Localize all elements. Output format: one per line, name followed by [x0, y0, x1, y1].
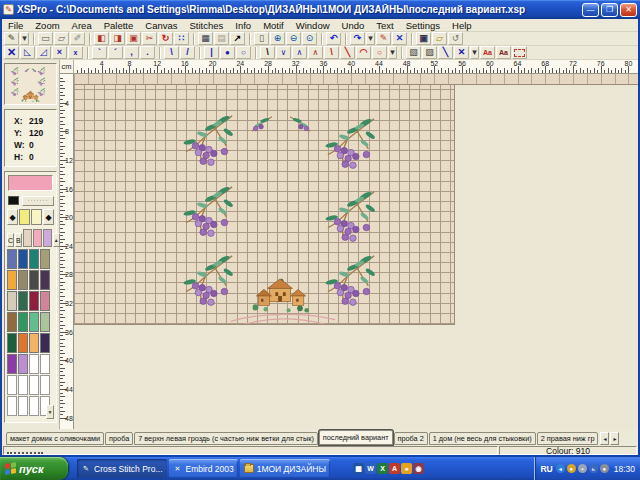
zoom-reset-button[interactable]: ⊙: [302, 32, 317, 45]
straight-stitch-button[interactable]: |: [204, 46, 219, 59]
word-icon[interactable]: W: [365, 463, 376, 474]
monitor-icon[interactable]: ▦: [353, 463, 364, 474]
redo-button[interactable]: ↷: [350, 32, 365, 45]
menu-undo[interactable]: Undo: [336, 20, 371, 31]
freehand-line-button[interactable]: \: [324, 46, 339, 59]
export-design-button[interactable]: ▱: [432, 32, 447, 45]
curve-tool-button[interactable]: ◠: [356, 46, 371, 59]
zoom-out-button[interactable]: ⊖: [286, 32, 301, 45]
red-app-icon[interactable]: A: [389, 463, 400, 474]
palette-swatch[interactable]: [29, 270, 39, 290]
revert-design-button[interactable]: ↺: [448, 32, 463, 45]
menu-text[interactable]: Text: [370, 20, 399, 31]
palette-header-swatch[interactable]: [23, 229, 32, 247]
restore-button[interactable]: ❐: [601, 3, 618, 17]
blends-mode-button[interactable]: B: [15, 233, 22, 247]
circle-dropdown-button[interactable]: ▾: [388, 46, 397, 59]
alt-shade-swatch[interactable]: [31, 209, 42, 225]
menu-palette[interactable]: Palette: [98, 20, 140, 31]
full-cross-stitch-button[interactable]: ✕: [4, 46, 19, 59]
menu-motif[interactable]: Motif: [257, 20, 290, 31]
edit-select-button[interactable]: ✐: [70, 32, 85, 45]
select-marquee-button[interactable]: [512, 46, 527, 59]
taskbar-task-xstitch[interactable]: ✎Cross Stitch Pro...: [77, 459, 167, 478]
design-tab[interactable]: 7 верхн левая гроздь (с частью ниж ветки…: [134, 432, 318, 445]
palette-swatch[interactable]: [7, 333, 17, 353]
palette-header-swatch[interactable]: [33, 229, 42, 247]
palette-header-swatch[interactable]: [43, 229, 52, 247]
menu-window[interactable]: Window: [290, 20, 336, 31]
save-design-button[interactable]: ▣: [416, 32, 431, 45]
palette-swatch[interactable]: [29, 291, 39, 311]
palette-swatch[interactable]: [7, 249, 17, 269]
palette-swatch[interactable]: [18, 291, 28, 311]
palette-swatch[interactable]: [18, 375, 28, 395]
backstitch-v-button[interactable]: ∨: [276, 46, 291, 59]
cut-motif-button[interactable]: ✂: [142, 32, 157, 45]
menu-stitches[interactable]: Stitches: [183, 20, 229, 31]
palette-swatch[interactable]: [29, 249, 39, 269]
print-button[interactable]: ▤: [214, 32, 229, 45]
rect-select-button[interactable]: ▭: [38, 32, 53, 45]
zoom-in-button[interactable]: ⊕: [270, 32, 285, 45]
thick-line-button[interactable]: ╲: [340, 46, 355, 59]
palette-swatch[interactable]: [40, 354, 50, 374]
palette-swatch[interactable]: [18, 249, 28, 269]
design-canvas[interactable]: [74, 85, 455, 325]
taskbar-task-folder[interactable]: 1МОИ ДИЗАЙНЫ: [240, 459, 330, 478]
excel-icon[interactable]: X: [377, 463, 388, 474]
gobelin-right-button[interactable]: /: [180, 46, 195, 59]
tray-app-icon-3[interactable]: ●: [600, 464, 609, 473]
palette-scroll-up-button[interactable]: ▲: [53, 233, 60, 247]
text-tool-button[interactable]: Aa: [480, 46, 495, 59]
palette-swatch[interactable]: [18, 270, 28, 290]
three-quarter-stitch-nw-button[interactable]: ◺: [20, 46, 35, 59]
start-button[interactable]: пуск: [0, 457, 68, 480]
undo-button[interactable]: ↶: [326, 32, 341, 45]
bead-button[interactable]: ○: [236, 46, 251, 59]
brush-cross-button[interactable]: ✕: [454, 46, 469, 59]
palette-swatch[interactable]: [18, 396, 28, 416]
flip-horizontal-button[interactable]: ◧: [94, 32, 109, 45]
menu-help[interactable]: Help: [446, 20, 478, 31]
palette-swatch[interactable]: [7, 270, 17, 290]
palette-swatch[interactable]: [29, 396, 39, 416]
palette-swatch[interactable]: [40, 270, 50, 290]
close-button[interactable]: ✕: [620, 3, 637, 17]
pattern-preview[interactable]: [4, 63, 57, 105]
next-shade-button[interactable]: ◆: [43, 209, 54, 225]
palette-swatch[interactable]: [18, 333, 28, 353]
design-tab[interactable]: 2 правая ниж гр: [537, 432, 599, 445]
menu-info[interactable]: Info: [229, 20, 257, 31]
pencil-tool-button[interactable]: ✎: [4, 32, 19, 45]
gobelin-left-button[interactable]: \: [164, 46, 179, 59]
design-tab[interactable]: 1 дом (не весь для стыковки): [429, 432, 536, 445]
palette-swatch[interactable]: [29, 375, 39, 395]
design-tab[interactable]: проба: [105, 432, 133, 445]
collapse-tray-icon[interactable]: ◂: [556, 464, 565, 473]
orange-app-icon[interactable]: ●: [401, 463, 412, 474]
three-quarter-stitch-ne-button[interactable]: ◿: [36, 46, 51, 59]
prev-shade-button[interactable]: ◆: [7, 209, 18, 225]
taskbar-task-embird[interactable]: ✕Embird 2003: [169, 459, 238, 478]
knot-pattern-button[interactable]: ▧: [406, 46, 421, 59]
tray-app-icon-2[interactable]: ь: [589, 464, 598, 473]
ruler-tool-button[interactable]: ▯: [254, 32, 269, 45]
palette-swatch[interactable]: [40, 375, 50, 395]
brush-backstitch-button[interactable]: ╲: [438, 46, 453, 59]
french-knot-button[interactable]: ●: [220, 46, 235, 59]
language-indicator[interactable]: RU: [540, 464, 552, 474]
fill-pattern-button[interactable]: ▨: [422, 46, 437, 59]
current-thread-color[interactable]: [8, 175, 53, 191]
palette-swatch[interactable]: [29, 354, 39, 374]
redo-dropdown-button[interactable]: ▾: [366, 32, 375, 45]
petite-stitch-button[interactable]: x: [68, 46, 83, 59]
pencil-dropdown-button[interactable]: ▾: [20, 32, 29, 45]
palette-swatch[interactable]: [40, 333, 50, 353]
backstitch-button[interactable]: \: [260, 46, 275, 59]
circle-tool-button[interactable]: ○: [372, 46, 387, 59]
text-tool-alt-button[interactable]: Aa: [496, 46, 511, 59]
palette-swatch[interactable]: [7, 375, 17, 395]
menu-canvas[interactable]: Canvas: [139, 20, 183, 31]
colors-mode-button[interactable]: C: [7, 233, 14, 247]
